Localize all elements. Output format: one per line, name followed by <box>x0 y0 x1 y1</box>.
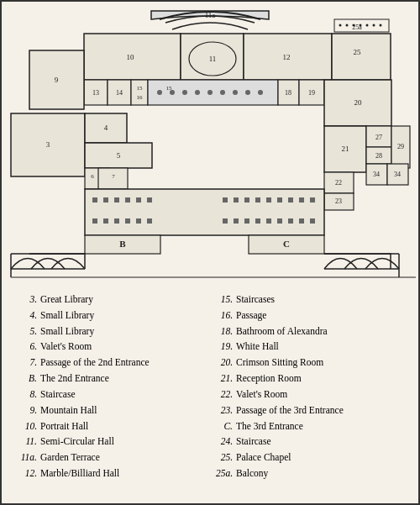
legend-text: Semi-Circular Hall <box>40 434 206 450</box>
svg-rect-79 <box>136 197 141 203</box>
list-item: 3.Great Library <box>18 292 206 308</box>
svg-text:14: 14 <box>116 89 123 97</box>
list-item: 12.Marble/Billiard Hall <box>18 466 206 481</box>
svg-point-34 <box>207 90 213 95</box>
list-item: 7.Passage of the 2nd Entrance <box>18 355 206 371</box>
list-item: 10.Portrait Hall <box>18 419 206 434</box>
legend-number: 11. <box>18 434 37 450</box>
legend-number: 20. <box>214 355 233 371</box>
svg-text:21: 21 <box>342 145 349 153</box>
svg-text:18: 18 <box>285 89 291 97</box>
svg-rect-92 <box>114 218 119 224</box>
svg-point-21 <box>380 24 382 26</box>
svg-rect-100 <box>266 218 271 224</box>
svg-rect-80 <box>147 197 152 203</box>
list-item: 9.Mountain Hall <box>18 403 206 418</box>
svg-text:12: 12 <box>283 53 291 61</box>
svg-point-17 <box>353 24 355 26</box>
svg-rect-89 <box>310 197 315 203</box>
list-item: 22.Valet's Room <box>214 387 402 402</box>
legend-number: 5. <box>18 324 37 339</box>
legend-text: Great Library <box>40 292 206 308</box>
legend-number: 11a. <box>18 450 37 466</box>
list-item: 15.Staircases <box>214 292 402 308</box>
list-item: 16.Passage <box>214 308 402 324</box>
svg-rect-95 <box>147 218 152 224</box>
legend-text: Passage of the 2nd Entrance <box>40 355 206 371</box>
svg-rect-84 <box>255 197 260 203</box>
svg-text:4: 4 <box>104 124 108 132</box>
svg-rect-74 <box>85 189 324 235</box>
svg-point-38 <box>258 90 263 95</box>
svg-rect-98 <box>244 218 249 224</box>
legend-col-left: 3.Great Library4.Small Library5.Small Li… <box>18 292 206 498</box>
list-item: 19.White Hall <box>214 339 402 355</box>
svg-text:5: 5 <box>117 151 121 160</box>
svg-rect-86 <box>277 197 282 203</box>
svg-text:3: 3 <box>46 140 50 149</box>
svg-rect-76 <box>103 197 108 203</box>
list-item: 18.Bathroom of Alexandra <box>214 324 402 339</box>
svg-rect-88 <box>299 197 304 203</box>
svg-text:9: 9 <box>55 76 59 84</box>
svg-text:C: C <box>283 239 290 249</box>
legend-text: Crimson Sitting Room <box>236 355 402 371</box>
svg-point-33 <box>195 90 200 95</box>
legend-col-right: 15.Staircases16.Passage18.Bathroom of Al… <box>214 292 402 498</box>
legend-number: 12. <box>18 466 37 481</box>
legend-area: 3.Great Library4.Small Library5.Small Li… <box>2 287 418 503</box>
legend-number: 25a. <box>214 466 233 481</box>
svg-text:11a: 11a <box>205 11 216 19</box>
legend-text: The 2nd Entrance <box>40 371 206 387</box>
legend-text: Valet's Room <box>236 387 402 402</box>
legend-number: 22. <box>214 387 233 402</box>
svg-rect-91 <box>103 218 108 224</box>
svg-rect-87 <box>288 197 293 203</box>
legend-number: 8. <box>18 387 37 402</box>
legend-number: 9. <box>18 403 37 418</box>
floor-plan-area: 11a 10 11 12 25 25a <box>2 2 418 287</box>
svg-rect-90 <box>92 218 97 224</box>
floor-plan-svg: 11a 10 11 12 25 25a <box>4 4 416 286</box>
svg-point-30 <box>157 90 162 95</box>
svg-text:28: 28 <box>375 152 382 160</box>
list-item: 20.Crimson Sitting Room <box>214 355 402 371</box>
legend-text: Garden Terrace <box>40 450 206 466</box>
svg-text:34: 34 <box>373 171 380 178</box>
svg-rect-83 <box>244 197 249 203</box>
legend-number: 23. <box>214 403 233 418</box>
svg-point-32 <box>182 90 187 95</box>
list-item: C.The 3rd Entrance <box>214 419 402 434</box>
svg-rect-104 <box>310 218 315 224</box>
legend-text: Reception Room <box>236 371 402 387</box>
legend-number: 10. <box>18 419 37 434</box>
svg-text:19: 19 <box>308 89 315 97</box>
legend-text: Marble/Billiard Hall <box>40 466 206 481</box>
page-container: 11a 10 11 12 25 25a <box>0 0 420 505</box>
legend-number: 15. <box>214 292 233 308</box>
svg-rect-75 <box>92 197 97 203</box>
legend-number: 25. <box>214 450 233 466</box>
legend-text: Bathroom of Alexandra <box>236 324 402 339</box>
svg-text:10: 10 <box>127 53 135 61</box>
svg-rect-94 <box>136 218 141 224</box>
list-item: 8.Staircase <box>18 387 206 402</box>
legend-number: 18. <box>214 324 233 339</box>
list-item: 4.Small Library <box>18 308 206 324</box>
legend-number: 6. <box>18 339 37 355</box>
svg-text:B: B <box>119 239 126 249</box>
svg-text:22: 22 <box>335 179 342 187</box>
svg-point-37 <box>245 90 250 95</box>
svg-point-35 <box>220 90 225 95</box>
svg-rect-26 <box>131 80 148 105</box>
legend-number: 24. <box>214 434 233 450</box>
legend-text: Passage <box>236 308 402 324</box>
legend-number: C. <box>214 419 233 434</box>
svg-text:27: 27 <box>375 134 382 141</box>
list-item: 21.Reception Room <box>214 371 402 387</box>
list-item: 11.Semi-Circular Hall <box>18 434 206 450</box>
legend-text: Staircases <box>236 292 402 308</box>
legend-text: Balcony <box>236 466 402 481</box>
svg-rect-99 <box>255 218 260 224</box>
svg-text:16: 16 <box>137 94 144 101</box>
